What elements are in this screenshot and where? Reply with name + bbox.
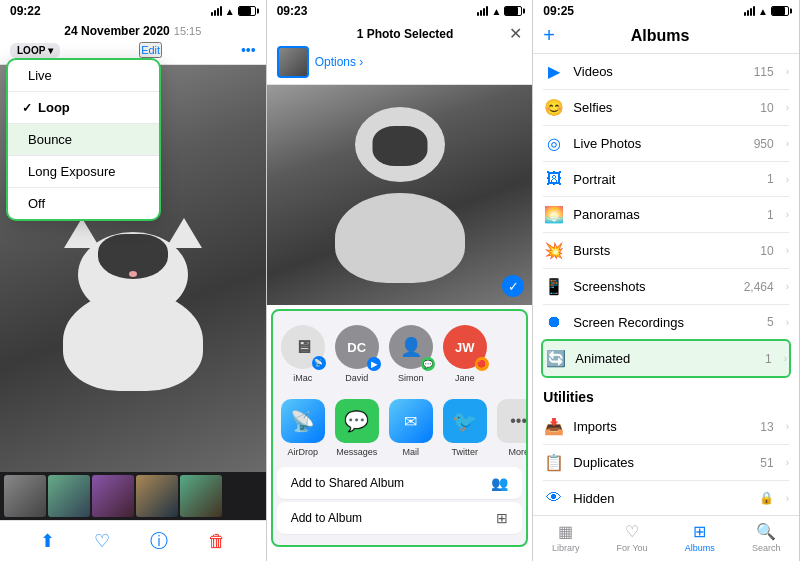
contact-simon[interactable]: 👤 💬 Simon <box>389 325 433 383</box>
app-more[interactable]: ••• More <box>497 399 527 457</box>
contact-imac[interactable]: 🖥 📡 iMac <box>281 325 325 383</box>
albums-header: + Albums <box>533 20 799 54</box>
thumb-3[interactable] <box>92 475 134 517</box>
badge-imac: 📡 <box>312 356 326 370</box>
album-count-animated: 1 <box>765 352 772 366</box>
tab-for-you[interactable]: ♡ For You <box>617 522 648 553</box>
album-screenshots[interactable]: 📱 Screenshots 2,464 › <box>543 269 789 305</box>
edit-button[interactable]: Edit <box>139 42 162 58</box>
delete-icon[interactable]: 🗑 <box>208 531 226 552</box>
album-live-photos[interactable]: ◎ Live Photos 950 › <box>543 126 789 162</box>
photo-time: 15:15 <box>174 25 202 37</box>
photo-date: 24 November 2020 <box>64 24 169 38</box>
action-row: LOOP ▾ Edit ••• <box>10 42 256 58</box>
app-twitter[interactable]: 🐦 Twitter <box>443 399 487 457</box>
utilities-header: Utilities <box>533 377 799 409</box>
album-panoramas[interactable]: 🌅 Panoramas 1 › <box>543 197 789 233</box>
wifi-icon-3: ▲ <box>758 6 768 17</box>
imports-icon: 📥 <box>543 417 565 436</box>
search-tab-label: Search <box>752 543 781 553</box>
thumb-2[interactable] <box>48 475 90 517</box>
album-screen-recordings[interactable]: ⏺ Screen Recordings 5 › <box>543 305 789 340</box>
loop-chevron-icon: ▾ <box>48 45 53 56</box>
status-time-1: 09:22 <box>10 4 41 18</box>
album-portrait[interactable]: 🖼 Portrait 1 › <box>543 162 789 197</box>
status-time-3: 09:25 <box>543 4 574 18</box>
album-animated[interactable]: 🔄 Animated 1 › <box>541 339 791 378</box>
more-icon: ••• <box>497 399 527 443</box>
album-name-videos: Videos <box>573 64 745 79</box>
album-count-imports: 13 <box>760 420 773 434</box>
thumb-1[interactable] <box>4 475 46 517</box>
loop-button[interactable]: LOOP ▾ <box>10 43 60 58</box>
selfies-icon: 😊 <box>543 98 565 117</box>
album-duplicates[interactable]: 📋 Duplicates 51 › <box>543 445 789 481</box>
dropdown-item-long-exposure[interactable]: Long Exposure <box>8 156 159 188</box>
badge-jane: 🔴 <box>475 357 489 371</box>
album-list: ▶ Videos 115 › 😊 Selfies 10 › ◎ Live Pho… <box>533 54 799 378</box>
add-to-shared-album[interactable]: Add to Shared Album 👥 <box>277 467 523 500</box>
favorite-icon[interactable]: ♡ <box>94 530 110 552</box>
status-icons-1: ▲ <box>211 6 256 17</box>
album-name-portrait: Portrait <box>573 172 759 187</box>
contact-jane[interactable]: JW 🔴 Jane <box>443 325 487 383</box>
more-button[interactable]: ••• <box>241 42 256 58</box>
thumb-4[interactable] <box>136 475 178 517</box>
add-to-album[interactable]: Add to Album ⊞ <box>277 502 523 535</box>
dropdown-item-live[interactable]: Live <box>8 60 159 92</box>
album-videos[interactable]: ▶ Videos 115 › <box>543 54 789 90</box>
status-bar-2: 09:23 ▲ <box>267 0 533 20</box>
tab-albums[interactable]: ⊞ Albums <box>685 522 715 553</box>
more-label: More <box>508 447 526 457</box>
album-imports[interactable]: 📥 Imports 13 › <box>543 409 789 445</box>
chevron-icon-panoramas: › <box>786 209 789 220</box>
dropdown-item-loop[interactable]: ✓ Loop <box>8 92 159 124</box>
chevron-icon-screen-recordings: › <box>786 317 789 328</box>
twitter-label: Twitter <box>451 447 478 457</box>
battery-icon-3 <box>771 6 789 16</box>
add-album-label: Add to Album <box>291 511 362 525</box>
contact-name-imac: iMac <box>293 373 312 383</box>
app-airdrop[interactable]: 📡 AirDrop <box>281 399 325 457</box>
app-mail[interactable]: ✉ Mail <box>389 399 433 457</box>
share-apps: 📡 AirDrop 💬 Messages ✉ Mail 🐦 Twitter ••… <box>273 393 527 465</box>
status-bar-3: 09:25 ▲ <box>533 0 799 20</box>
badge-david: ▶ <box>367 357 381 371</box>
album-count-portrait: 1 <box>767 172 774 186</box>
signal-icon-2 <box>477 6 488 16</box>
close-button[interactable]: ✕ <box>509 24 522 43</box>
album-name-selfies: Selfies <box>573 100 752 115</box>
album-name-screenshots: Screenshots <box>573 279 735 294</box>
cat2-head <box>355 107 445 182</box>
panel-1: 09:22 ▲ 24 November 2020 15:15 LOOP ▾ <box>0 0 267 561</box>
add-album-icon: ⊞ <box>496 510 508 526</box>
add-album-button[interactable]: + <box>543 24 555 47</box>
albums-header-row: + Albums <box>543 24 789 47</box>
thumb-5[interactable] <box>180 475 222 517</box>
battery-icon <box>238 6 256 16</box>
live-photos-icon: ◎ <box>543 134 565 153</box>
album-selfies[interactable]: 😊 Selfies 10 › <box>543 90 789 126</box>
dropdown-item-bounce[interactable]: Bounce <box>8 124 159 156</box>
photo-count-label: 1 Photo Selected <box>301 27 510 41</box>
options-button[interactable]: Options › <box>315 55 364 69</box>
share-icon[interactable]: ⬆ <box>40 530 55 552</box>
tab-library[interactable]: ▦ Library <box>552 522 580 553</box>
panel-2: 09:23 ▲ 1 Photo Selected ✕ Options › <box>267 0 534 561</box>
contact-david[interactable]: DC ▶ David <box>335 325 379 383</box>
signal-icon-3 <box>744 6 755 16</box>
albums-title: Albums <box>555 27 765 45</box>
avatar-david: DC ▶ <box>335 325 379 369</box>
album-hidden[interactable]: 👁 Hidden 🔒 › <box>543 481 789 515</box>
cat2-dark <box>372 126 427 166</box>
album-bursts[interactable]: 💥 Bursts 10 › <box>543 233 789 269</box>
search-tab-icon: 🔍 <box>756 522 776 541</box>
library-tab-label: Library <box>552 543 580 553</box>
dropdown-item-off[interactable]: Off <box>8 188 159 219</box>
info-icon[interactable]: ⓘ <box>150 529 168 553</box>
album-name-panoramas: Panoramas <box>573 207 759 222</box>
tab-search[interactable]: 🔍 Search <box>752 522 781 553</box>
twitter-icon: 🐦 <box>443 399 487 443</box>
for-you-tab-icon: ♡ <box>625 522 639 541</box>
app-messages[interactable]: 💬 Messages <box>335 399 379 457</box>
